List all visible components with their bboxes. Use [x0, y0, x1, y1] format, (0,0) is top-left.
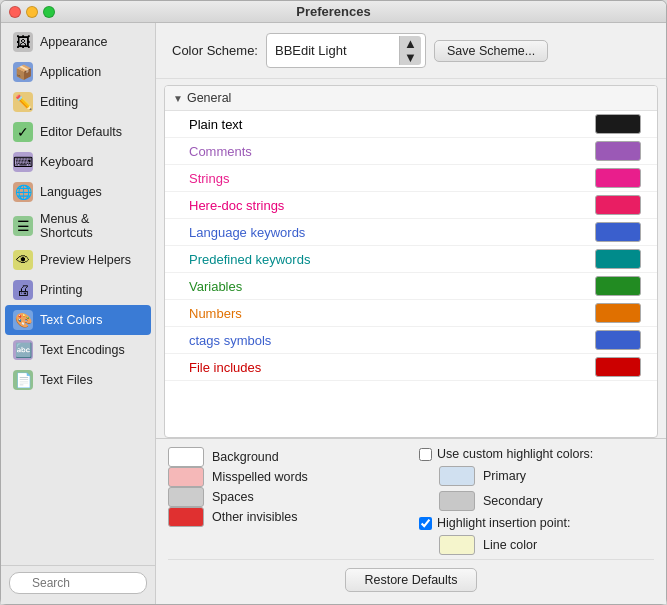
- color-row-label-8: ctags symbols: [189, 333, 271, 348]
- color-row: Predefined keywords: [165, 246, 657, 273]
- sidebar-item-text-encodings[interactable]: 🔤Text Encodings: [5, 335, 151, 365]
- bottom-panel: BackgroundMisspelled wordsSpacesOther in…: [156, 438, 666, 604]
- close-button[interactable]: [9, 6, 21, 18]
- sidebar-item-label-application: Application: [40, 65, 101, 79]
- sidebar-item-label-editor-defaults: Editor Defaults: [40, 125, 122, 139]
- color-swatch-5[interactable]: [595, 249, 641, 269]
- line-color-row: Line color: [419, 535, 654, 555]
- sidebar-item-label-printing: Printing: [40, 283, 82, 297]
- custom-highlight-row: Use custom highlight colors:: [419, 447, 654, 461]
- color-row: Numbers: [165, 300, 657, 327]
- bottom-grid: BackgroundMisspelled wordsSpacesOther in…: [168, 447, 654, 555]
- sidebar-item-label-text-colors: Text Colors: [40, 313, 103, 327]
- color-row: Comments: [165, 138, 657, 165]
- arrow-down-icon: ▼: [404, 51, 417, 64]
- line-color-swatch[interactable]: [439, 535, 475, 555]
- color-scheme-label: Color Scheme:: [172, 43, 258, 58]
- sidebar-item-editing[interactable]: ✏️Editing: [5, 87, 151, 117]
- color-row: Plain text: [165, 111, 657, 138]
- minimize-button[interactable]: [26, 6, 38, 18]
- color-swatch-4[interactable]: [595, 222, 641, 242]
- color-row-label-3: Here-doc strings: [189, 198, 284, 213]
- bottom-swatch-2[interactable]: [168, 487, 204, 507]
- color-row-label-9: File includes: [189, 360, 261, 375]
- bottom-label-0: Background: [212, 450, 279, 464]
- highlight-insertion-checkbox[interactable]: [419, 517, 432, 530]
- search-bar: 🔍: [1, 565, 155, 600]
- custom-highlight-checkbox[interactable]: [419, 448, 432, 461]
- triangle-icon: ▼: [173, 93, 183, 104]
- custom-highlight-label: Use custom highlight colors:: [437, 447, 593, 461]
- primary-row: Primary: [419, 466, 654, 486]
- color-row: File includes: [165, 354, 657, 381]
- sidebar-item-label-languages: Languages: [40, 185, 102, 199]
- bottom-left: BackgroundMisspelled wordsSpacesOther in…: [168, 447, 403, 555]
- color-row-label-2: Strings: [189, 171, 229, 186]
- color-row: Variables: [165, 273, 657, 300]
- bottom-left-row-0: Background: [168, 447, 403, 467]
- window-controls: [9, 6, 55, 18]
- text-files-icon: 📄: [13, 370, 33, 390]
- sidebar-item-languages[interactable]: 🌐Languages: [5, 177, 151, 207]
- color-swatch-8[interactable]: [595, 330, 641, 350]
- color-swatch-9[interactable]: [595, 357, 641, 377]
- bottom-label-2: Spaces: [212, 490, 254, 504]
- primary-label: Primary: [483, 469, 526, 483]
- bottom-swatch-1[interactable]: [168, 467, 204, 487]
- color-swatch-3[interactable]: [595, 195, 641, 215]
- sidebar-item-printing[interactable]: 🖨Printing: [5, 275, 151, 305]
- bottom-swatch-3[interactable]: [168, 507, 204, 527]
- color-row: Here-doc strings: [165, 192, 657, 219]
- restore-defaults-button[interactable]: Restore Defaults: [345, 568, 476, 592]
- color-scheme-select[interactable]: BBEdit Light ▲ ▼: [266, 33, 426, 68]
- sidebar-item-keyboard[interactable]: ⌨Keyboard: [5, 147, 151, 177]
- sidebar-item-preview-helpers[interactable]: 👁Preview Helpers: [5, 245, 151, 275]
- preview-helpers-icon: 👁: [13, 250, 33, 270]
- sidebar-item-menus-shortcuts[interactable]: ☰Menus & Shortcuts: [5, 207, 151, 245]
- secondary-swatch[interactable]: [439, 491, 475, 511]
- title-bar: Preferences: [1, 1, 666, 23]
- menus-shortcuts-icon: ☰: [13, 216, 33, 236]
- arrow-up-icon: ▲: [404, 37, 417, 50]
- sidebar-item-label-preview-helpers: Preview Helpers: [40, 253, 131, 267]
- editing-icon: ✏️: [13, 92, 33, 112]
- color-row-label-7: Numbers: [189, 306, 242, 321]
- color-row: ctags symbols: [165, 327, 657, 354]
- color-swatch-0[interactable]: [595, 114, 641, 134]
- bottom-left-row-3: Other invisibles: [168, 507, 403, 527]
- sidebar: 🖼Appearance📦Application✏️Editing✓Editor …: [1, 23, 156, 604]
- color-swatch-6[interactable]: [595, 276, 641, 296]
- color-swatch-2[interactable]: [595, 168, 641, 188]
- maximize-button[interactable]: [43, 6, 55, 18]
- sidebar-item-label-menus-shortcuts: Menus & Shortcuts: [40, 212, 143, 240]
- sidebar-item-label-text-encodings: Text Encodings: [40, 343, 125, 357]
- color-row: Strings: [165, 165, 657, 192]
- general-section-header: ▼ General: [165, 86, 657, 111]
- bottom-label-1: Misspelled words: [212, 470, 308, 484]
- general-header-label: General: [187, 91, 231, 105]
- sidebar-item-appearance[interactable]: 🖼Appearance: [5, 27, 151, 57]
- color-row-label-4: Language keywords: [189, 225, 305, 240]
- bottom-swatch-0[interactable]: [168, 447, 204, 467]
- color-rows-container: Plain textCommentsStringsHere-doc string…: [165, 111, 657, 381]
- appearance-icon: 🖼: [13, 32, 33, 52]
- sidebar-item-text-colors[interactable]: 🎨Text Colors: [5, 305, 151, 335]
- sidebar-item-application[interactable]: 📦Application: [5, 57, 151, 87]
- color-swatch-1[interactable]: [595, 141, 641, 161]
- bottom-right: Use custom highlight colors: Primary Sec…: [419, 447, 654, 555]
- color-swatch-7[interactable]: [595, 303, 641, 323]
- sidebar-item-editor-defaults[interactable]: ✓Editor Defaults: [5, 117, 151, 147]
- secondary-label: Secondary: [483, 494, 543, 508]
- color-row-label-5: Predefined keywords: [189, 252, 310, 267]
- keyboard-icon: ⌨: [13, 152, 33, 172]
- bottom-label-3: Other invisibles: [212, 510, 297, 524]
- color-row-label-1: Comments: [189, 144, 252, 159]
- application-icon: 📦: [13, 62, 33, 82]
- sidebar-item-label-text-files: Text Files: [40, 373, 93, 387]
- highlight-insertion-row: Highlight insertion point:: [419, 516, 654, 530]
- save-scheme-button[interactable]: Save Scheme...: [434, 40, 548, 62]
- primary-swatch[interactable]: [439, 466, 475, 486]
- sidebar-item-text-files[interactable]: 📄Text Files: [5, 365, 151, 395]
- right-panel: Color Scheme: BBEdit Light ▲ ▼ Save Sche…: [156, 23, 666, 604]
- search-input[interactable]: [9, 572, 147, 594]
